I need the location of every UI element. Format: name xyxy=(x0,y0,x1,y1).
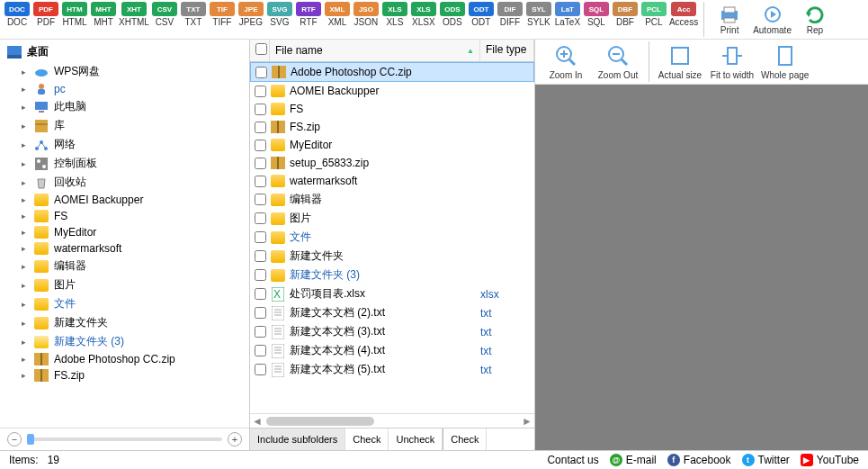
actual-size-button[interactable]: Actual size xyxy=(655,41,705,82)
tree-item[interactable]: ▸Adobe Photoshop CC.zip xyxy=(0,351,249,367)
file-row[interactable]: Adobe Photoshop CC.zip xyxy=(250,62,534,82)
fit-width-button[interactable]: Fit to width xyxy=(707,41,757,82)
uncheck-button[interactable]: Uncheck xyxy=(389,428,443,450)
format-mht-button[interactable]: MHTMHT xyxy=(90,2,117,37)
whole-page-button[interactable]: Whole page xyxy=(759,41,810,82)
tree-item[interactable]: ▸watermarksoft xyxy=(0,240,249,257)
format-json-button[interactable]: JSOJSON xyxy=(353,2,380,37)
facebook-link[interactable]: fFacebook xyxy=(667,454,731,466)
zoom-slider[interactable] xyxy=(27,437,222,441)
tree-item[interactable]: ▸新建文件夹 (3) xyxy=(0,332,249,351)
file-row[interactable]: 编辑器 xyxy=(250,190,534,209)
tree-item[interactable]: ▸回收站 xyxy=(0,173,249,192)
expander-icon[interactable]: ▸ xyxy=(22,159,29,168)
file-row[interactable]: 新建文本文档 (2).txttxt xyxy=(250,303,534,322)
tree-item[interactable]: ▸pc xyxy=(0,81,249,97)
file-row[interactable]: AOMEI Backupper xyxy=(250,82,534,100)
zoom-plus-button[interactable]: + xyxy=(228,432,242,446)
file-row[interactable]: X处罚项目表.xlsxxlsx xyxy=(250,284,534,303)
check-all-checkbox[interactable] xyxy=(255,43,267,55)
expander-icon[interactable]: ▸ xyxy=(22,338,29,347)
tree-item[interactable]: ▸新建文件夹 xyxy=(0,313,249,332)
horizontal-scrollbar[interactable]: ◄ ► xyxy=(250,413,534,428)
zoom-minus-button[interactable]: − xyxy=(7,432,22,446)
format-svg-button[interactable]: SVGSVG xyxy=(266,2,293,37)
expander-icon[interactable]: ▸ xyxy=(22,300,29,309)
tree-item[interactable]: ▸文件 xyxy=(0,294,249,313)
file-row[interactable]: 新建文件夹 (3) xyxy=(250,266,534,284)
folder-tree[interactable]: 桌面 ▸WPS网盘▸pc▸此电脑▸库▸网络▸控制面板▸回收站▸AOMEI Bac… xyxy=(0,40,249,428)
file-checkbox[interactable] xyxy=(255,122,266,133)
format-odt-button[interactable]: ODTODT xyxy=(468,2,495,37)
expander-icon[interactable]: ▸ xyxy=(22,140,29,149)
tree-item[interactable]: ▸FS.zip xyxy=(0,367,249,383)
column-filetype[interactable]: File type xyxy=(480,40,534,61)
file-checkbox[interactable] xyxy=(255,104,266,115)
check-button[interactable]: Check xyxy=(345,428,389,450)
tree-item[interactable]: ▸网络 xyxy=(0,135,249,154)
format-jpeg-button[interactable]: JPEJPEG xyxy=(237,2,264,37)
expander-icon[interactable]: ▸ xyxy=(22,262,29,271)
file-row[interactable]: 新建文本文档 (5).txttxt xyxy=(250,360,534,379)
expander-icon[interactable]: ▸ xyxy=(22,371,29,380)
check-all-button[interactable]: Check xyxy=(443,428,487,450)
zoom-in-button[interactable]: Zoom In xyxy=(541,41,591,82)
format-csv-button[interactable]: CSVCSV xyxy=(151,2,178,37)
tree-item[interactable]: ▸FS xyxy=(0,208,249,224)
tree-item[interactable]: ▸编辑器 xyxy=(0,257,249,275)
tree-item[interactable]: ▸WPS网盘 xyxy=(0,62,249,81)
print-button[interactable]: Print xyxy=(710,2,749,37)
expander-icon[interactable]: ▸ xyxy=(22,281,29,290)
format-rtf-button[interactable]: RTFRTF xyxy=(295,2,322,37)
expander-icon[interactable]: ▸ xyxy=(22,85,29,94)
expander-icon[interactable]: ▸ xyxy=(22,68,29,77)
expander-icon[interactable]: ▸ xyxy=(22,319,29,328)
expander-icon[interactable]: ▸ xyxy=(22,103,29,112)
file-row[interactable]: watermarksoft xyxy=(250,172,534,190)
file-row[interactable]: MyEditor xyxy=(250,136,534,154)
format-txt-button[interactable]: TXTTXT xyxy=(180,2,207,37)
column-filename[interactable]: File name ▲ xyxy=(270,40,480,61)
file-checkbox[interactable] xyxy=(255,345,266,356)
format-diff-button[interactable]: DIFDIFF xyxy=(497,2,523,37)
file-row[interactable]: 图片 xyxy=(250,209,534,228)
column-check[interactable] xyxy=(250,40,270,61)
format-xml-button[interactable]: XMLXML xyxy=(324,2,351,37)
tree-item[interactable]: ▸MyEditor xyxy=(0,224,249,240)
format-pdf-button[interactable]: PDFPDF xyxy=(32,2,59,37)
file-row[interactable]: setup_65833.zip xyxy=(250,154,534,172)
file-checkbox[interactable] xyxy=(255,194,266,205)
expander-icon[interactable]: ▸ xyxy=(22,195,29,204)
tree-item[interactable]: ▸控制面板 xyxy=(0,154,249,173)
format-xlsx-button[interactable]: XLSXLSX xyxy=(410,2,437,37)
file-checkbox[interactable] xyxy=(255,269,266,281)
file-checkbox[interactable] xyxy=(255,140,266,151)
rep-button[interactable]: Rep xyxy=(795,2,835,37)
format-latex-button[interactable]: LaTLaTeX xyxy=(554,2,581,37)
file-checkbox[interactable] xyxy=(255,231,266,243)
youtube-link[interactable]: ▶YouTube xyxy=(801,454,859,466)
file-checkbox[interactable] xyxy=(255,67,267,78)
file-row[interactable]: 新建文本文档 (4).txttxt xyxy=(250,341,534,360)
tree-item[interactable]: ▸AOMEI Backupper xyxy=(0,192,249,208)
format-tiff-button[interactable]: TIFTIFF xyxy=(209,2,236,37)
file-row[interactable]: 新建文本文档 (3).txttxt xyxy=(250,322,534,341)
scroll-thumb[interactable] xyxy=(266,417,374,426)
scroll-right-icon[interactable]: ► xyxy=(520,415,534,428)
file-row[interactable]: FS xyxy=(250,100,534,118)
twitter-link[interactable]: tTwitter xyxy=(742,454,790,466)
file-checkbox[interactable] xyxy=(255,250,266,262)
email-link[interactable]: @E-mail xyxy=(610,454,657,466)
file-checkbox[interactable] xyxy=(255,364,266,375)
format-ods-button[interactable]: ODSODS xyxy=(439,2,466,37)
expander-icon[interactable]: ▸ xyxy=(22,228,29,237)
expander-icon[interactable]: ▸ xyxy=(22,244,29,253)
format-pcl-button[interactable]: PCLPCL xyxy=(640,2,667,37)
file-checkbox[interactable] xyxy=(255,307,266,319)
format-dbf-button[interactable]: DBFDBF xyxy=(612,2,639,37)
file-row[interactable]: FS.zip xyxy=(250,118,534,136)
expander-icon[interactable]: ▸ xyxy=(22,355,29,364)
expander-icon[interactable]: ▸ xyxy=(22,122,29,131)
tree-item[interactable]: ▸库 xyxy=(0,116,249,135)
file-list[interactable]: Adobe Photoshop CC.zipAOMEI BackupperFSF… xyxy=(250,62,534,413)
